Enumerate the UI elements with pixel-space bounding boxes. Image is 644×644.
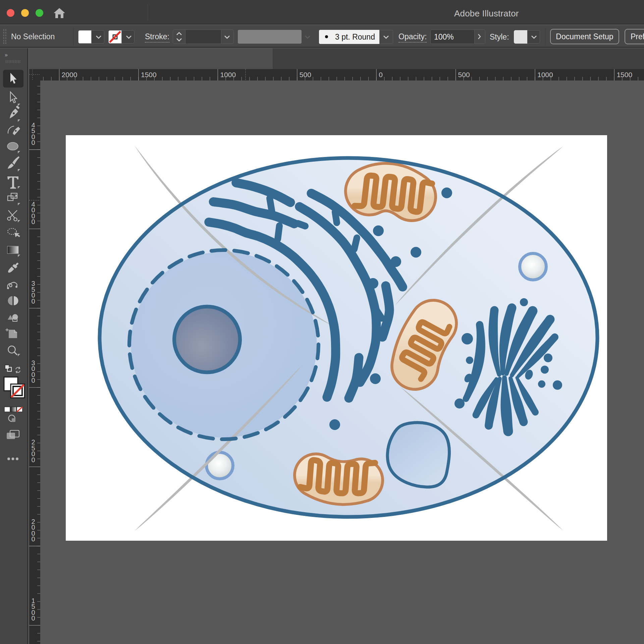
svg-text:2000: 2000 — [62, 71, 77, 78]
svg-text:1000: 1000 — [220, 71, 236, 78]
svg-text:500: 500 — [300, 71, 311, 78]
svg-text:0: 0 — [31, 218, 35, 225]
svg-text:0: 0 — [31, 614, 35, 622]
svg-text:0: 0 — [31, 456, 35, 464]
svg-text:1500: 1500 — [141, 71, 157, 78]
svg-text:500: 500 — [458, 71, 470, 78]
svg-text:0: 0 — [31, 298, 35, 305]
svg-text:0: 0 — [31, 377, 35, 384]
svg-text:0: 0 — [379, 71, 383, 78]
svg-text:0: 0 — [31, 139, 35, 146]
svg-text:1000: 1000 — [537, 71, 553, 78]
svg-text:0: 0 — [31, 535, 35, 543]
svg-text:1500: 1500 — [616, 71, 632, 78]
